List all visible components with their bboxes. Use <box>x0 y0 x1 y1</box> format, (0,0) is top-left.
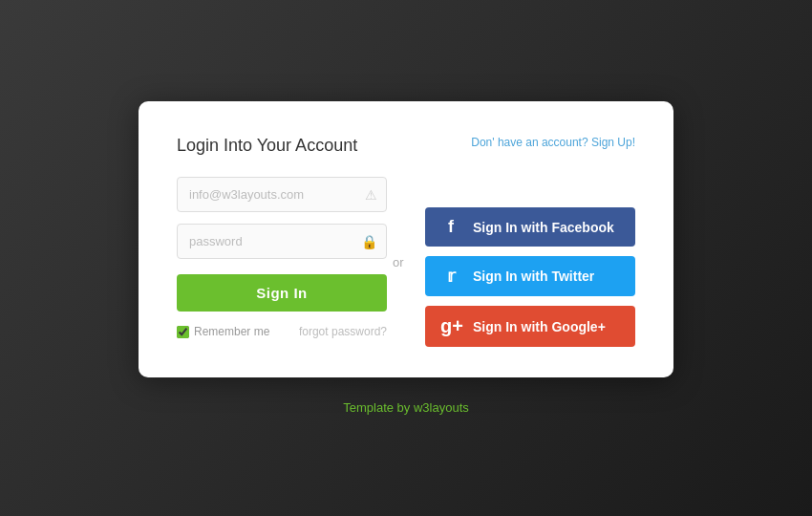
forgot-password-link[interactable]: forgot password? <box>299 325 387 338</box>
remember-text: Remember me <box>194 325 269 338</box>
left-panel: ⚠ 🔒 Sign In Remember me forgot password? <box>177 177 406 347</box>
password-field[interactable] <box>177 224 387 259</box>
footer-prefix: Template by <box>343 400 414 415</box>
page-title: Login Into Your Account <box>177 136 357 156</box>
social-area: f Sign In with Facebook 𝕣 Sign In with T… <box>425 177 635 347</box>
footer: Template by w3layouts <box>343 400 469 415</box>
twitter-icon: 𝕣 <box>440 266 461 287</box>
facebook-btn-label: Sign In with Facebook <box>473 220 614 235</box>
google-signin-button[interactable]: g+ Sign In with Google+ <box>425 306 635 347</box>
twitter-signin-button[interactable]: 𝕣 Sign In with Twitter <box>425 256 635 296</box>
bottom-row: Remember me forgot password? <box>177 325 387 338</box>
facebook-icon: f <box>440 217 461 237</box>
signup-link[interactable]: Don' have an account? Sign Up! <box>471 136 635 149</box>
user-icon: ⚠ <box>365 187 377 203</box>
google-icon: g+ <box>440 315 461 337</box>
right-panel: or f Sign In with Facebook 𝕣 Sign In wit… <box>406 177 635 347</box>
password-wrapper: 🔒 <box>177 224 387 259</box>
or-divider: or <box>393 255 404 269</box>
twitter-btn-label: Sign In with Twitter <box>473 269 594 284</box>
login-card: Login Into Your Account Don' have an acc… <box>139 101 673 377</box>
remember-checkbox[interactable] <box>177 326 189 338</box>
signin-button[interactable]: Sign In <box>177 274 387 312</box>
facebook-signin-button[interactable]: f Sign In with Facebook <box>425 207 635 247</box>
email-wrapper: ⚠ <box>177 177 387 212</box>
remember-label[interactable]: Remember me <box>177 325 269 338</box>
email-field[interactable] <box>177 177 387 212</box>
footer-brand: w3layouts <box>414 400 469 415</box>
google-btn-label: Sign In with Google+ <box>473 319 606 334</box>
lock-icon: 🔒 <box>361 234 377 249</box>
